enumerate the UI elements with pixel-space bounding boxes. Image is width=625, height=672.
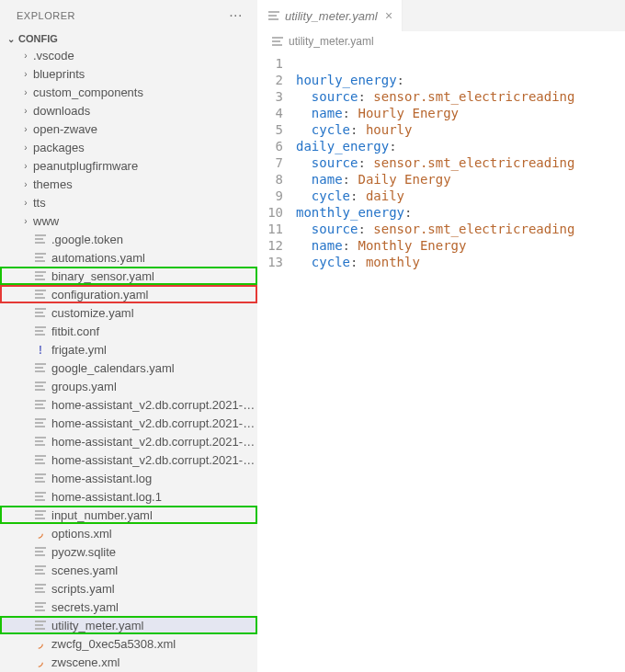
code-line[interactable]: 3 source: sensor.smt_electricreading: [257, 88, 625, 105]
file-lines-icon: [33, 270, 48, 281]
file-item[interactable]: !frigate.yml: [0, 340, 257, 359]
line-number: 13: [257, 254, 296, 270]
file-label: frigate.yml: [51, 343, 257, 357]
code-line[interactable]: 2hourly_energy:: [257, 72, 625, 88]
file-item[interactable]: binary_sensor.yaml: [0, 267, 257, 285]
file-item[interactable]: home-assistant.log: [0, 469, 257, 487]
explorer-sidebar: EXPLORER ··· ⌄ CONFIG ›.vscode›blueprint…: [0, 0, 257, 672]
chevron-right-icon: ›: [20, 51, 31, 61]
file-item[interactable]: utility_meter.yaml: [0, 616, 257, 634]
file-lines-icon: [33, 454, 48, 465]
xml-icon: ◞: [33, 637, 48, 650]
file-item[interactable]: ◞zwcfg_0xec5a5308.xml: [0, 634, 257, 653]
file-lines-icon: [33, 252, 48, 263]
file-item[interactable]: pyozw.sqlite: [0, 542, 257, 561]
file-item[interactable]: home-assistant_v2.db.corrupt.2021-08-18T…: [0, 450, 257, 469]
file-label: pyozw.sqlite: [51, 545, 257, 559]
code-line[interactable]: 7 source: sensor.smt_electricreading: [257, 154, 625, 171]
config-section-label: CONFIG: [18, 33, 58, 44]
file-lines-icon: [33, 381, 48, 392]
file-label: binary_sensor.yaml: [51, 269, 257, 283]
tab-bar: utility_meter.yaml ×: [257, 0, 625, 31]
file-label: fitbit.conf: [51, 325, 257, 338]
file-item[interactable]: groups.yaml: [0, 377, 257, 395]
file-label: scripts.yaml: [51, 582, 257, 596]
file-lines-icon: [33, 436, 48, 447]
folder-item[interactable]: ›tts: [0, 193, 257, 211]
line-text: monthly_energy:: [296, 204, 625, 221]
folder-label: custom_components: [33, 85, 257, 99]
folder-label: open-zwave: [33, 122, 257, 136]
folder-item[interactable]: ›themes: [0, 175, 257, 193]
file-item[interactable]: home-assistant_v2.db.corrupt.2021-07-21T…: [0, 432, 257, 450]
file-item[interactable]: input_number.yaml: [0, 506, 257, 524]
file-tree: ›.vscode›blueprints›custom_components›do…: [0, 46, 257, 672]
code-line[interactable]: 4 name: Hourly Energy: [257, 105, 625, 121]
folder-item[interactable]: ›custom_components: [0, 83, 257, 101]
code-line[interactable]: 12 name: Monthly Energy: [257, 237, 625, 254]
code-line[interactable]: 10monthly_energy:: [257, 204, 625, 221]
folder-item[interactable]: ›peanutplugfirmware: [0, 156, 257, 175]
line-number: 2: [257, 72, 296, 88]
chevron-right-icon: ›: [20, 106, 31, 116]
config-section-header[interactable]: ⌄ CONFIG: [0, 31, 257, 46]
file-label: home-assistant.log.1: [51, 490, 257, 504]
code-line[interactable]: 5 cycle: hourly: [257, 121, 625, 138]
file-lines-icon: [33, 473, 48, 484]
code-line[interactable]: 6daily_energy:: [257, 138, 625, 154]
file-item[interactable]: fitbit.conf: [0, 322, 257, 340]
folder-item[interactable]: ›www: [0, 211, 257, 230]
file-item[interactable]: ◞zwscene.xml: [0, 653, 257, 671]
file-lines-icon: [33, 399, 48, 410]
code-line[interactable]: 11 source: sensor.smt_electricreading: [257, 221, 625, 237]
folder-item[interactable]: ›downloads: [0, 101, 257, 120]
file-item[interactable]: secrets.yaml: [0, 598, 257, 616]
file-lines-icon: [33, 491, 48, 502]
close-icon[interactable]: ×: [385, 8, 392, 23]
file-item[interactable]: ◞options.xml: [0, 524, 257, 542]
code-line[interactable]: 13 cycle: monthly: [257, 254, 625, 270]
folder-item[interactable]: ›.vscode: [0, 46, 257, 64]
folder-item[interactable]: ›blueprints: [0, 64, 257, 83]
file-label: secrets.yaml: [51, 600, 257, 614]
file-label: groups.yaml: [51, 380, 257, 393]
file-item[interactable]: scenes.yaml: [0, 561, 257, 579]
file-item[interactable]: customize.yaml: [0, 303, 257, 322]
file-item[interactable]: automations.yaml: [0, 248, 257, 267]
line-text: name: Monthly Energy: [296, 237, 625, 254]
more-icon[interactable]: ···: [225, 7, 246, 24]
chevron-right-icon: ›: [20, 142, 31, 153]
code-area[interactable]: 12hourly_energy:3 source: sensor.smt_ele…: [257, 51, 625, 274]
line-text: source: sensor.smt_electricreading: [296, 221, 625, 237]
file-item[interactable]: google_calendars.yaml: [0, 359, 257, 377]
file-label: configuration.yaml: [51, 288, 257, 302]
breadcrumb[interactable]: utility_meter.yaml: [257, 31, 625, 51]
tab-utility-meter[interactable]: utility_meter.yaml ×: [257, 0, 403, 31]
line-number: 8: [257, 171, 296, 188]
yaml-icon: [270, 36, 285, 47]
line-text: cycle: hourly: [296, 121, 625, 138]
file-item[interactable]: home-assistant.log.1: [0, 487, 257, 506]
file-label: home-assistant_v2.db.corrupt.2021-07-21T…: [51, 435, 257, 449]
code-line[interactable]: 1: [257, 55, 625, 72]
file-item[interactable]: home-assistant_v2.db.corrupt.2021-07-10T…: [0, 414, 257, 432]
tab-label: utility_meter.yaml: [285, 9, 378, 23]
file-label: input_number.yaml: [51, 508, 257, 522]
file-item[interactable]: scripts.yaml: [0, 579, 257, 598]
file-item[interactable]: configuration.yaml: [0, 285, 257, 303]
folder-label: blueprints: [33, 67, 257, 81]
folder-item[interactable]: ›packages: [0, 138, 257, 156]
folder-item[interactable]: ›open-zwave: [0, 120, 257, 138]
file-lines-icon: [33, 509, 48, 520]
file-item[interactable]: .google.token: [0, 230, 257, 248]
folder-label: themes: [33, 177, 257, 191]
code-line[interactable]: 8 name: Daily Energy: [257, 171, 625, 188]
breadcrumb-label: utility_meter.yaml: [289, 35, 374, 48]
file-item[interactable]: home-assistant_v2.db.corrupt.2021-05-06T…: [0, 395, 257, 414]
code-line[interactable]: 9 cycle: daily: [257, 188, 625, 204]
line-number: 10: [257, 204, 296, 221]
chevron-right-icon: ›: [20, 69, 31, 79]
line-text: cycle: daily: [296, 188, 625, 204]
line-number: 7: [257, 154, 296, 171]
file-lines-icon: [33, 601, 48, 612]
